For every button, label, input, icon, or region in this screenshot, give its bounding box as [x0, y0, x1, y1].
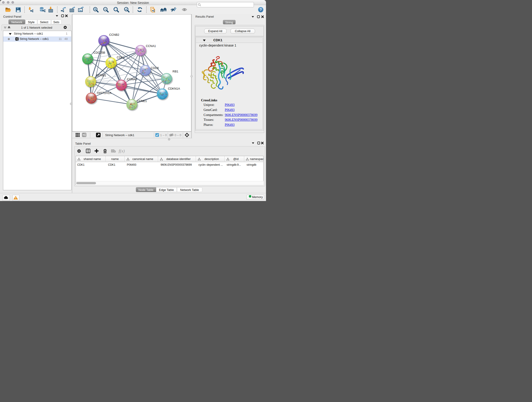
svg-text:CCNB1: CCNB1 [96, 74, 106, 77]
svg-text:CDK1: CDK1 [117, 56, 125, 59]
svg-text:CCNE1: CCNE1 [137, 99, 147, 103]
svg-text:?: ? [260, 8, 262, 12]
svg-text:CCNA2: CCNA2 [127, 77, 137, 81]
svg-text:HIST1H1A: HIST1H1A [97, 91, 111, 95]
svg-text:RB1: RB1 [172, 70, 178, 73]
svg-text:CDC25B: CDC25B [94, 51, 105, 54]
svg-text:CCNA1: CCNA1 [146, 44, 156, 48]
svg-text:CCNB2: CCNB2 [109, 33, 119, 36]
svg-text:CDC6: CDC6 [151, 66, 158, 70]
svg-text:CDKN1A: CDKN1A [168, 87, 180, 90]
